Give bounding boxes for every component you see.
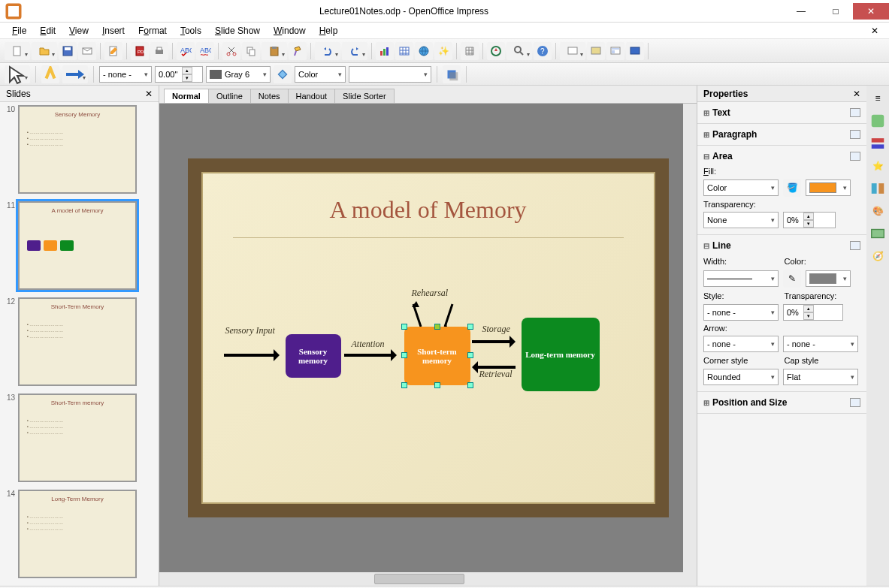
menu-format[interactable]: Format: [132, 24, 173, 38]
slideshow-start-button[interactable]: [626, 42, 644, 60]
open-button[interactable]: [32, 42, 57, 60]
line-width-select[interactable]: ▾: [703, 270, 779, 287]
doc-close-icon[interactable]: ✕: [866, 24, 883, 38]
navigator-button[interactable]: [487, 42, 505, 60]
fill-type-combo[interactable]: Color▾: [295, 66, 346, 83]
grid-button[interactable]: [461, 42, 479, 60]
selection-handle[interactable]: [467, 324, 473, 330]
popout-icon[interactable]: [850, 241, 860, 250]
new-button[interactable]: [5, 42, 30, 60]
slides-panel-close-icon[interactable]: ✕: [145, 89, 153, 99]
shadow-button[interactable]: [443, 65, 461, 83]
menu-edit[interactable]: Edit: [34, 24, 62, 38]
tab-notes[interactable]: Notes: [250, 89, 289, 103]
slides-list[interactable]: 10Sensory Memory• ………………………• ………………………• …: [0, 102, 159, 586]
menu-file[interactable]: File: [6, 24, 32, 38]
selection-handle[interactable]: [467, 382, 473, 388]
redo-button[interactable]: [342, 42, 367, 60]
horizontal-scrollbar[interactable]: [159, 572, 697, 586]
vertical-scrollbar[interactable]: [683, 104, 697, 572]
sensory-memory-box[interactable]: Sensory memory: [286, 334, 341, 378]
help-button[interactable]: ?: [534, 42, 552, 60]
hyperlink-button[interactable]: [415, 42, 433, 60]
copy-button[interactable]: [242, 42, 260, 60]
menu-tools[interactable]: Tools: [174, 24, 207, 38]
slide-thumbnail[interactable]: 11A model of Memory: [3, 201, 156, 290]
styles-tab-icon[interactable]: 🎨: [869, 203, 886, 219]
menu-slideshow[interactable]: Slide Show: [209, 24, 266, 38]
zoom-button[interactable]: [506, 42, 532, 60]
paste-button[interactable]: [262, 42, 287, 60]
selection-handle[interactable]: [467, 352, 473, 358]
print-button[interactable]: [150, 42, 168, 60]
corner-style-select[interactable]: Rounded▾: [703, 369, 779, 385]
slide-thumbnail[interactable]: 13Short-Term memory• ………………………• ………………………: [3, 394, 156, 482]
properties-close-icon[interactable]: ✕: [853, 89, 860, 99]
bucket-icon[interactable]: 🪣: [783, 179, 801, 197]
chart-button[interactable]: [376, 42, 394, 60]
menu-view[interactable]: View: [63, 24, 95, 38]
arrow-tool-button[interactable]: [5, 65, 30, 83]
edit-file-button[interactable]: [104, 42, 122, 60]
slide-thumbnail[interactable]: 14Long-Term Memory• ………………………• …………………………: [3, 490, 156, 578]
autospell-button[interactable]: ABC: [196, 42, 214, 60]
tab-slide-sorter[interactable]: Slide Sorter: [334, 89, 394, 103]
popout-icon[interactable]: [850, 130, 860, 139]
cap-style-select[interactable]: Flat▾: [783, 369, 858, 385]
spellcheck-button[interactable]: ABC: [177, 42, 195, 60]
transparency-type-select[interactable]: None▾: [703, 212, 779, 228]
selection-handle[interactable]: [401, 382, 407, 388]
close-button[interactable]: ✕: [853, 3, 889, 20]
line-arrow-button[interactable]: [62, 65, 88, 83]
line-width-spinner[interactable]: 0.00"▴▾: [155, 66, 203, 83]
undo-button[interactable]: [315, 42, 340, 60]
tab-normal[interactable]: Normal: [164, 89, 209, 103]
slide-canvas[interactable]: A model of Memory Sensory Input Attentio…: [159, 104, 697, 572]
minimize-button[interactable]: —: [784, 3, 818, 20]
line-style-select[interactable]: - none -▾: [703, 304, 779, 321]
slide-title[interactable]: A model of Memory: [203, 173, 654, 224]
line-style-combo[interactable]: - none -▾: [99, 66, 152, 83]
arrow-right-select[interactable]: - none -▾: [783, 336, 858, 352]
fill-color-combo[interactable]: ▾: [349, 66, 431, 83]
tab-outline[interactable]: Outline: [208, 89, 251, 103]
slide-thumbnail[interactable]: 10Sensory Memory• ………………………• ………………………• …: [3, 105, 156, 194]
line-transp-spinner[interactable]: 0%▴▾: [783, 304, 843, 321]
tab-handout[interactable]: Handout: [288, 89, 336, 103]
gallery-tab-icon[interactable]: [869, 225, 886, 242]
slide-button[interactable]: [560, 42, 585, 60]
pencil-icon[interactable]: ✎: [783, 270, 801, 288]
slide-layout-button[interactable]: [606, 42, 624, 60]
animation-button[interactable]: ✨: [434, 42, 452, 60]
menu-insert[interactable]: Insert: [96, 24, 131, 38]
format-paintbrush-button[interactable]: [289, 42, 307, 60]
menu-window[interactable]: Window: [268, 24, 312, 38]
selection-handle[interactable]: [401, 324, 407, 330]
save-button[interactable]: [59, 42, 77, 60]
menu-help[interactable]: Help: [313, 24, 344, 38]
short-term-memory-box[interactable]: Short-term memory: [404, 327, 470, 385]
arrow-left-select[interactable]: - none -▾: [703, 336, 779, 352]
highlight-button[interactable]: [41, 65, 59, 83]
master-pages-tab-icon[interactable]: [869, 135, 886, 152]
fill-color-select[interactable]: ▾: [806, 179, 851, 196]
slide-thumbnail[interactable]: 12Short-Term Memory• ………………………• ………………………: [3, 297, 156, 386]
slide-transition-tab-icon[interactable]: [869, 180, 886, 197]
line-color-select[interactable]: ▾: [806, 270, 851, 287]
navigator-tab-icon[interactable]: 🧭: [869, 248, 886, 264]
section-text[interactable]: ⊞Text: [697, 102, 866, 124]
popout-icon[interactable]: [850, 398, 860, 407]
cut-button[interactable]: [222, 42, 240, 60]
section-position-size[interactable]: ⊞Position and Size: [697, 392, 866, 414]
line-color-combo[interactable]: Gray 6▾: [206, 66, 271, 83]
transparency-value-spinner[interactable]: 0%▴▾: [783, 212, 836, 228]
long-term-memory-box[interactable]: Long-term memory: [522, 318, 600, 391]
table-button[interactable]: [395, 42, 413, 60]
properties-tab-icon[interactable]: [869, 113, 886, 129]
pdf-button[interactable]: PDF: [131, 42, 149, 60]
popout-icon[interactable]: [850, 152, 860, 161]
selection-handle[interactable]: [434, 382, 440, 388]
sidebar-menu-icon[interactable]: ≡: [869, 90, 886, 107]
maximize-button[interactable]: □: [818, 3, 853, 20]
section-paragraph[interactable]: ⊞Paragraph: [697, 124, 866, 146]
